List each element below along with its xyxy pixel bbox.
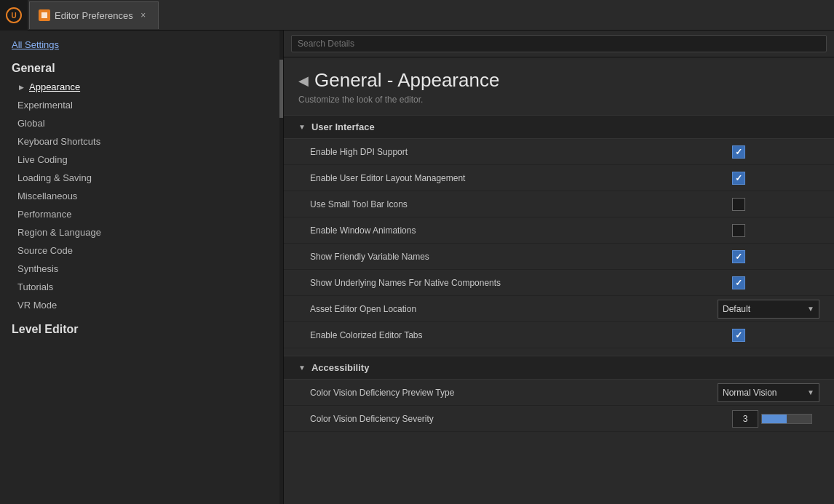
row-color-vision-preview-type: Color Vision Deficiency Preview Type Nor… bbox=[284, 380, 834, 406]
color-vision-preview-type-control: Normal Vision ▼ bbox=[718, 383, 819, 402]
search-bar bbox=[284, 31, 834, 57]
page-title: ◀ General - Appearance bbox=[298, 69, 819, 92]
title-bar: U Editor Preferences × bbox=[0, 0, 834, 31]
sidebar-scrollbar bbox=[279, 31, 283, 504]
sidebar-item-label: Live Coding bbox=[17, 154, 68, 165]
enable-colorized-editor-tabs-checkbox[interactable] bbox=[732, 329, 745, 342]
sidebar-scrollbar-thumb bbox=[279, 60, 283, 118]
dropdown-arrow-icon: ▼ bbox=[807, 388, 814, 396]
dropdown-arrow-icon: ▼ bbox=[807, 305, 814, 313]
sidebar-item-label: Appearance bbox=[29, 81, 80, 92]
enable-window-animations-checkbox[interactable] bbox=[732, 224, 745, 237]
main-layout: All Settings General ▶ Appearance Experi… bbox=[0, 31, 834, 504]
sidebar-item-miscellaneous[interactable]: Miscellaneous bbox=[0, 187, 283, 205]
use-small-tool-bar-checkbox[interactable] bbox=[732, 198, 745, 211]
tab-icon bbox=[39, 9, 50, 21]
sidebar-item-keyboard-shortcuts[interactable]: Keyboard Shortcuts bbox=[0, 132, 283, 151]
row-use-small-tool-bar: Use Small Tool Bar Icons bbox=[284, 191, 834, 217]
show-underlying-names-checkbox[interactable] bbox=[732, 276, 745, 289]
sidebar-item-performance[interactable]: Performance bbox=[0, 205, 283, 223]
sidebar-item-loading-saving[interactable]: Loading & Saving bbox=[0, 169, 283, 187]
all-settings-link[interactable]: All Settings bbox=[0, 36, 283, 53]
show-underlying-names-control bbox=[732, 276, 819, 289]
color-vision-severity-control bbox=[732, 410, 819, 428]
row-show-friendly-variable-names: Show Friendly Variable Names bbox=[284, 244, 834, 270]
enable-colorized-editor-tabs-control bbox=[732, 329, 819, 342]
tab-title: Editor Preferences bbox=[55, 10, 133, 21]
editor-preferences-tab[interactable]: Editor Preferences × bbox=[29, 1, 159, 29]
user-interface-label: User Interface bbox=[311, 121, 375, 132]
level-editor-section-header: Level Editor bbox=[0, 314, 283, 339]
enable-high-dpi-label: Enable High DPI Support bbox=[298, 147, 732, 157]
user-interface-header: ▼ User Interface bbox=[284, 115, 834, 139]
arrow-icon: ▶ bbox=[17, 84, 25, 91]
enable-high-dpi-control bbox=[732, 145, 819, 159]
accessibility-label: Accessibility bbox=[311, 362, 370, 373]
sidebar-item-label: Global bbox=[17, 118, 45, 129]
sidebar-item-label: Experimental bbox=[17, 100, 73, 111]
sidebar-item-experimental[interactable]: Experimental bbox=[0, 96, 283, 114]
sidebar-item-source-code[interactable]: Source Code bbox=[0, 241, 283, 260]
sidebar-item-appearance[interactable]: ▶ Appearance bbox=[0, 78, 283, 96]
sidebar-item-region-language[interactable]: Region & Language bbox=[0, 223, 283, 241]
show-friendly-variable-names-control bbox=[732, 250, 819, 263]
row-enable-high-dpi: Enable High DPI Support bbox=[284, 139, 834, 165]
sidebar-item-label: Source Code bbox=[17, 245, 73, 256]
row-enable-window-animations: Enable Window Animations bbox=[284, 217, 834, 244]
sidebar-item-synthesis[interactable]: Synthesis bbox=[0, 260, 283, 278]
show-friendly-variable-names-checkbox[interactable] bbox=[732, 250, 745, 263]
slider-row bbox=[732, 410, 812, 428]
accessibility-header: ▼ Accessibility bbox=[284, 356, 834, 380]
sidebar-item-tutorials[interactable]: Tutorials bbox=[0, 278, 283, 296]
sidebar-item-label: Performance bbox=[17, 209, 71, 220]
row-asset-editor-open-location: Asset Editor Open Location Default ▼ bbox=[284, 296, 834, 322]
search-input[interactable] bbox=[291, 35, 827, 52]
page-title-text: General - Appearance bbox=[314, 69, 499, 92]
collapse-arrow-icon[interactable]: ▼ bbox=[298, 123, 306, 131]
show-friendly-variable-names-label: Show Friendly Variable Names bbox=[298, 252, 732, 262]
enable-user-editor-layout-control bbox=[732, 172, 819, 185]
accessibility-section: ▼ Accessibility Color Vision Deficiency … bbox=[284, 356, 834, 432]
color-vision-preview-type-value: Normal Vision bbox=[723, 388, 804, 398]
show-underlying-names-label: Show Underlying Names For Native Compone… bbox=[298, 278, 732, 288]
asset-editor-open-location-value: Default bbox=[723, 304, 804, 314]
color-vision-severity-slider[interactable] bbox=[761, 414, 812, 424]
collapse-arrow-icon[interactable]: ▼ bbox=[298, 364, 306, 372]
enable-user-editor-layout-checkbox[interactable] bbox=[732, 172, 745, 185]
svg-text:U: U bbox=[11, 12, 16, 20]
sidebar-item-label: Region & Language bbox=[17, 227, 101, 238]
enable-high-dpi-checkbox[interactable] bbox=[732, 145, 745, 159]
asset-editor-open-location-label: Asset Editor Open Location bbox=[298, 304, 718, 314]
sidebar-wrapper: All Settings General ▶ Appearance Experi… bbox=[0, 31, 284, 504]
sidebar-item-live-coding[interactable]: Live Coding bbox=[0, 151, 283, 169]
content-area: ◀ General - Appearance Customize the loo… bbox=[284, 31, 834, 504]
asset-editor-open-location-control: Default ▼ bbox=[718, 300, 819, 319]
row-show-underlying-names: Show Underlying Names For Native Compone… bbox=[284, 270, 834, 296]
color-vision-severity-label: Color Vision Deficiency Severity bbox=[298, 414, 732, 424]
app-logo: U bbox=[0, 0, 28, 31]
sidebar-item-vr-mode[interactable]: VR Mode bbox=[0, 296, 283, 314]
general-section-header: General bbox=[0, 53, 283, 78]
enable-window-animations-label: Enable Window Animations bbox=[298, 225, 732, 236]
page-title-arrow-icon: ◀ bbox=[298, 73, 309, 89]
user-interface-section: ▼ User Interface Enable High DPI Support… bbox=[284, 115, 834, 348]
sidebar-item-label: Tutorials bbox=[17, 281, 53, 292]
enable-colorized-editor-tabs-label: Enable Colorized Editor Tabs bbox=[298, 330, 732, 340]
tab-close-button[interactable]: × bbox=[138, 9, 149, 21]
row-color-vision-severity: Color Vision Deficiency Severity bbox=[284, 406, 834, 432]
color-vision-severity-number[interactable] bbox=[732, 410, 758, 428]
enable-window-animations-control bbox=[732, 224, 819, 237]
color-vision-preview-type-dropdown[interactable]: Normal Vision ▼ bbox=[718, 383, 819, 402]
page-subtitle: Customize the look of the editor. bbox=[298, 92, 819, 105]
svg-rect-2 bbox=[41, 12, 47, 18]
enable-user-editor-layout-label: Enable User Editor Layout Management bbox=[298, 173, 732, 183]
row-enable-user-editor-layout: Enable User Editor Layout Management bbox=[284, 165, 834, 191]
sidebar-item-label: Synthesis bbox=[17, 263, 58, 274]
sidebar-item-label: Loading & Saving bbox=[17, 172, 92, 183]
sidebar-inner: All Settings General ▶ Appearance Experi… bbox=[0, 31, 283, 345]
color-vision-preview-type-label: Color Vision Deficiency Preview Type bbox=[298, 388, 718, 398]
sidebar-item-global[interactable]: Global bbox=[0, 114, 283, 132]
page-title-area: ◀ General - Appearance Customize the loo… bbox=[284, 57, 834, 108]
use-small-tool-bar-label: Use Small Tool Bar Icons bbox=[298, 199, 732, 209]
asset-editor-open-location-dropdown[interactable]: Default ▼ bbox=[718, 300, 819, 319]
